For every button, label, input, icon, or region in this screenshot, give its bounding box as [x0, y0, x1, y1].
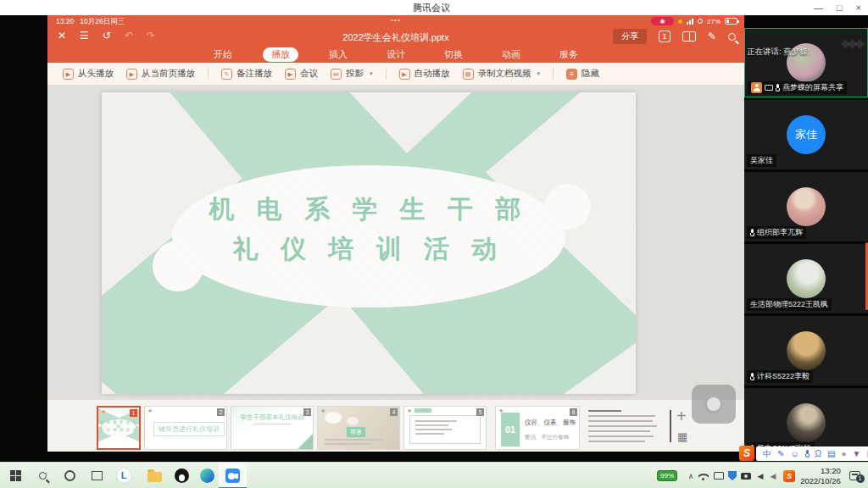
search-icon[interactable]	[31, 463, 54, 488]
battery-tray[interactable]: 99%	[651, 463, 683, 488]
close-button[interactable]: ×	[856, 3, 861, 13]
clock[interactable]: 13:20 2022/10/26	[798, 463, 843, 488]
thumb1-title-line2: 礼 仪 培 训 活 动	[98, 428, 139, 432]
projector-button[interactable]: ⋈ 投影 ▾	[331, 68, 373, 80]
video-tile-sharer[interactable]: ◆◆◆ 燕梦蝶的屏幕共享	[744, 28, 868, 97]
current-slide[interactable]: 机 电 系 学 生 干 部 礼 仪 培 训 活 动	[102, 92, 636, 394]
ipad-status-bar: 13:20 10月26日周三 ••• ◉ 27%	[47, 15, 744, 28]
emoji-icon[interactable]: ☺	[790, 446, 798, 461]
hide-icon: ≡	[566, 69, 577, 80]
thumbnail-slide-3[interactable]: 学生干部基本礼仪培训 3	[231, 406, 314, 450]
video-tile[interactable]: 计科S5222李毅	[744, 316, 868, 385]
qq-icon[interactable]	[170, 463, 193, 488]
cortana-icon[interactable]	[58, 463, 81, 488]
minimize-button[interactable]: —	[814, 3, 823, 13]
battery-percent: 27%	[707, 18, 721, 25]
voice-input-icon[interactable]	[805, 450, 810, 458]
hidden-icons-chevron[interactable]: ∧	[685, 463, 697, 488]
sogou-logo-icon[interactable]: S	[739, 446, 754, 461]
divider	[386, 68, 387, 80]
add-slide-button[interactable]: +	[676, 407, 687, 426]
speaker-icon[interactable]: ◀	[754, 463, 766, 488]
thumbnail-slide-1[interactable]: ★ 机 电 系 学 生 干 部 礼 仪 培 训 活 动 1	[97, 406, 141, 450]
sogou-ime-bar[interactable]: S 中 ✎ ☺ Ω ▤ ● ▼ ▦	[739, 446, 868, 461]
speaker-alt-icon[interactable]: ◀	[767, 463, 779, 488]
page-number-badge[interactable]: 1	[659, 30, 670, 42]
handwriting-icon[interactable]: ✎	[777, 446, 784, 461]
wifi-icon[interactable]	[697, 463, 710, 488]
wps-nav-row: ✕ ☰ ↺ ↶ ↷ 2022学生会礼仪培训.pptx 分享 1 ✎	[47, 28, 744, 47]
reading-view-icon[interactable]	[682, 31, 696, 42]
battery-icon	[725, 18, 737, 25]
symbols-icon[interactable]: Ω	[815, 446, 821, 461]
keyboard-icon[interactable]: ▤	[827, 446, 835, 461]
thumbnail-slide-5[interactable]: ★ 5	[403, 406, 487, 450]
projector-label: 投影	[346, 68, 364, 80]
tab-transition[interactable]: 切换	[436, 47, 471, 62]
video-tile[interactable]: 生活部物理5222王凯枫	[744, 244, 868, 313]
thumb4-textline	[325, 439, 382, 441]
sogou-tray-icon[interactable]: S	[782, 463, 797, 488]
shared-screen-wps: 13:20 10月26日周三 ••• ◉ 27% ✕ ☰ ↺ ↶ ↷ 2022学…	[47, 15, 744, 452]
notification-badge: 1	[856, 474, 865, 483]
thumb5-listline	[415, 429, 452, 430]
tab-start[interactable]: 开始	[205, 47, 241, 62]
hide-button[interactable]: ≡ 隐藏	[566, 68, 599, 80]
tab-insert[interactable]: 插入	[320, 47, 356, 62]
notification-center-icon[interactable]: 1	[846, 463, 863, 488]
thumb5-listline	[415, 424, 448, 426]
lenovo-app-icon[interactable]: L	[112, 463, 136, 488]
tencent-meeting-taskbar-slot[interactable]	[219, 463, 247, 488]
file-explorer-icon[interactable]	[142, 463, 166, 488]
video-tile[interactable]: 组织部李兀辉	[744, 172, 868, 241]
tab-play[interactable]: 播放	[263, 47, 298, 62]
play-from-current-button[interactable]: ▶ 从当前页播放	[126, 68, 195, 80]
thumb6-title: 仪容、仪表、服饰	[525, 419, 576, 427]
cast-tray-icon[interactable]	[712, 463, 726, 488]
thumb1-number: 1	[130, 409, 137, 417]
assistive-touch-button[interactable]	[692, 385, 736, 424]
task-view-icon[interactable]	[85, 463, 108, 488]
thumbnail-slide-6[interactable]: ★ 01 仪容、仪表、服饰 整洁、不过分修饰 6	[495, 406, 580, 450]
video-tile[interactable]: 家佳 吴家佳	[744, 100, 868, 169]
play-from-start-button[interactable]: ▶ 从头播放	[63, 68, 114, 80]
chinese-mode-icon[interactable]: 中	[763, 446, 771, 461]
camera-tray-icon[interactable]	[739, 463, 753, 488]
thumb5-listline	[415, 433, 444, 435]
edge-icon[interactable]	[195, 463, 219, 488]
tab-animation[interactable]: 动画	[493, 47, 529, 62]
auto-play-button[interactable]: ▶ 自动播放	[399, 68, 450, 80]
notes-scrollbar[interactable]	[670, 410, 671, 442]
tab-service[interactable]: 服务	[551, 47, 587, 62]
thumbnail-slide-2[interactable]: ★ 辅导员进行礼仪培训 2	[144, 406, 227, 450]
start-button[interactable]	[3, 463, 27, 488]
notes-line	[588, 441, 645, 442]
notes-line	[588, 420, 653, 422]
skin-icon[interactable]: ▼	[853, 446, 861, 461]
meeting-button[interactable]: ▶ 会议	[285, 68, 318, 80]
slide-sorter-icon[interactable]: ▦	[677, 430, 687, 443]
avatar	[787, 187, 826, 226]
more-dots-icon: •••	[47, 16, 744, 24]
thumb6-number: 6	[570, 408, 577, 416]
speaking-indicator: 正在讲话: 燕梦蝶;	[747, 47, 810, 58]
avatar	[787, 403, 826, 442]
meeting-play-icon: ▶	[285, 69, 296, 80]
window-titlebar: 腾讯会议 — □ ×	[0, 0, 868, 15]
tab-design[interactable]: 设计	[378, 47, 414, 62]
slide-thumbnail-strip: ★ 机 电 系 学 生 干 部 礼 仪 培 训 活 动 1 ★ 辅导员进行礼仪培…	[47, 399, 744, 452]
window-title: 腾讯会议	[413, 2, 450, 14]
security-shield-icon[interactable]	[726, 463, 738, 488]
divider	[208, 68, 209, 80]
thumbnail-slide-4[interactable]: ★ 前言 4	[317, 406, 400, 450]
share-button[interactable]: 分享	[613, 29, 647, 44]
thumb4-number: 4	[390, 408, 398, 416]
thumb5-chip	[415, 408, 431, 413]
pen-tools-icon[interactable]: ✎	[708, 30, 716, 42]
search-icon[interactable]	[728, 33, 736, 41]
account-icon[interactable]: ●	[842, 446, 847, 461]
thumb3-triangle	[298, 434, 313, 449]
notes-play-button[interactable]: ✎ 备注播放	[221, 68, 272, 80]
restore-button[interactable]: □	[837, 3, 843, 13]
record-doc-video-button[interactable]: ▤ 录制文档视频 ▾	[463, 68, 541, 80]
